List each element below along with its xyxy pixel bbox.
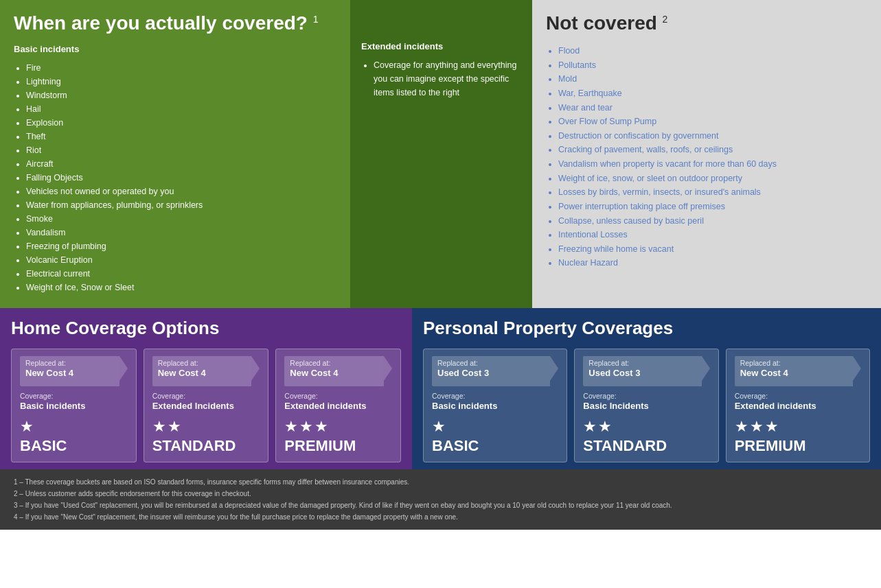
footer-note-3: 3 – If you have "Used Cost" replacement,… <box>14 499 867 511</box>
list-item: Mold <box>558 72 867 86</box>
list-item: Falling Objects <box>26 171 336 185</box>
tier-name: STANDARD <box>152 437 260 455</box>
home-standard-card: Replaced at: New Cost 4 Coverage: Extend… <box>144 349 269 462</box>
replaced-label: Replaced at: <box>588 359 696 367</box>
covered-section: When are you actually covered? 1 Basic i… <box>0 0 532 308</box>
tier-name: PREMIUM <box>735 437 861 455</box>
tier-name: BASIC <box>20 437 128 455</box>
coverage-label: Coverage: <box>20 392 128 400</box>
list-item: Power interruption taking place off prem… <box>558 200 867 214</box>
replaced-value: New Cost 4 <box>158 368 247 378</box>
list-item: Losses by birds, vermin, insects, or ins… <box>558 185 867 200</box>
footer-note-4: 4 – If you have "New Cost" replacement, … <box>14 511 867 523</box>
basic-incidents-list: Fire Lightning Windstorm Hail Explosion … <box>14 61 336 294</box>
coverage-value: Extended incidents <box>284 401 392 411</box>
replaced-label: Replaced at: <box>290 359 378 367</box>
list-item: Wear and tear <box>558 101 867 115</box>
replaced-label: Replaced at: <box>158 359 247 367</box>
list-item: Coverage for anything and everything you… <box>374 58 521 99</box>
extended-subtitle: Extended incidents <box>361 41 521 51</box>
replaced-box: Replaced at: New Cost 4 <box>152 356 260 386</box>
not-covered-title: Not covered 2 <box>546 12 867 34</box>
list-item: Smoke <box>26 212 336 226</box>
replaced-label: Replaced at: <box>437 359 545 367</box>
list-item: Theft <box>26 130 336 143</box>
personal-premium-card: Replaced at: New Cost 4 Coverage: Extend… <box>726 349 870 462</box>
list-item: Collapse, unless caused by basic peril <box>558 214 867 228</box>
home-coverage-title: Home Coverage Options <box>11 318 401 339</box>
home-coverage-cards: Replaced at: New Cost 4 Coverage: Basic … <box>11 349 401 462</box>
footer-note-1: 1 – These coverage buckets are based on … <box>14 476 867 488</box>
list-item: Hail <box>26 102 336 116</box>
list-item: Volcanic Eruption <box>26 253 336 267</box>
basic-incidents-panel: When are you actually covered? 1 Basic i… <box>0 0 350 308</box>
home-premium-card: Replaced at: New Cost 4 Coverage: Extend… <box>275 349 401 462</box>
basic-subtitle: Basic incidents <box>14 44 336 54</box>
coverage-value: Basic Incidents <box>583 401 709 411</box>
replaced-arrow <box>384 356 392 381</box>
list-item: Riot <box>26 143 336 157</box>
list-item: Freezing of plumbing <box>26 239 336 253</box>
personal-property-section: Personal Property Coverages Replaced at:… <box>412 308 881 469</box>
tier-stars: ★★ <box>152 418 260 436</box>
list-item: Weight of ice, snow, or sleet on outdoor… <box>558 172 867 186</box>
list-item: Freezing while home is vacant <box>558 242 867 257</box>
not-covered-panel: Not covered 2 Flood Pollutants Mold War,… <box>532 0 881 308</box>
list-item: Flood <box>558 44 867 58</box>
extended-incidents-panel: Extended incidents Coverage for anything… <box>350 0 532 308</box>
home-basic-card: Replaced at: New Cost 4 Coverage: Basic … <box>11 349 137 462</box>
coverage-label: Coverage: <box>432 392 558 400</box>
replaced-label: Replaced at: <box>740 359 847 367</box>
replaced-content: Replaced at: Used Cost 3 <box>432 356 550 386</box>
coverage-label: Coverage: <box>284 392 392 400</box>
list-item: Over Flow of Sump Pump <box>558 115 867 129</box>
replaced-box: Replaced at: New Cost 4 <box>20 356 128 386</box>
list-item: Water from appliances, plumbing, or spri… <box>26 198 336 212</box>
replaced-content: Replaced at: New Cost 4 <box>20 356 119 386</box>
replaced-content: Replaced at: New Cost 4 <box>152 356 252 386</box>
replaced-label: Replaced at: <box>25 359 114 367</box>
replaced-value: New Cost 4 <box>740 368 847 378</box>
replaced-content: Replaced at: Used Cost 3 <box>583 356 701 386</box>
replaced-value: Used Cost 3 <box>588 368 696 378</box>
replaced-arrow <box>550 356 558 381</box>
coverage-value: Basic incidents <box>20 401 128 411</box>
list-item: Cracking of pavement, walls, roofs, or c… <box>558 143 867 157</box>
personal-basic-card: Replaced at: Used Cost 3 Coverage: Basic… <box>423 349 567 462</box>
replaced-box: Replaced at: New Cost 4 <box>735 356 861 386</box>
replaced-arrow <box>251 356 260 381</box>
replaced-arrow <box>853 356 861 381</box>
list-item: Intentional Losses <box>558 228 867 242</box>
list-item: Windstorm <box>26 89 336 102</box>
list-item: Aircraft <box>26 157 336 171</box>
list-item: Vandalism <box>26 226 336 239</box>
list-item: Vandalism when property is vacant for mo… <box>558 157 867 172</box>
list-item: Destruction or confiscation by governmen… <box>558 129 867 143</box>
tier-name: PREMIUM <box>284 437 392 455</box>
replaced-value: New Cost 4 <box>290 368 378 378</box>
tier-name: STANDARD <box>583 437 709 455</box>
replaced-content: Replaced at: New Cost 4 <box>735 356 853 386</box>
footer-note-2: 2 – Unless customer adds specific endors… <box>14 488 867 499</box>
tier-stars: ★★★ <box>735 418 861 436</box>
top-section: When are you actually covered? 1 Basic i… <box>0 0 881 308</box>
middle-band: Home Coverage Options Replaced at: New C… <box>0 308 881 469</box>
tier-stars: ★★ <box>583 418 709 436</box>
home-coverage-section: Home Coverage Options Replaced at: New C… <box>0 308 412 469</box>
replaced-value: New Cost 4 <box>25 368 114 378</box>
personal-property-title: Personal Property Coverages <box>423 318 870 339</box>
coverage-label: Coverage: <box>152 392 260 400</box>
list-item: Electrical current <box>26 267 336 281</box>
list-item: Lightning <box>26 75 336 89</box>
list-item: War, Earthquake <box>558 86 867 101</box>
tier-name: BASIC <box>432 437 558 455</box>
replaced-value: Used Cost 3 <box>437 368 545 378</box>
list-item: Fire <box>26 61 336 75</box>
footer: 1 – These coverage buckets are based on … <box>0 469 881 530</box>
coverage-label: Coverage: <box>735 392 861 400</box>
extended-incidents-list: Coverage for anything and everything you… <box>361 58 521 99</box>
coverage-label: Coverage: <box>583 392 709 400</box>
covered-title: When are you actually covered? 1 <box>14 12 336 34</box>
list-item: Weight of Ice, Snow or Sleet <box>26 281 336 294</box>
not-covered-list: Flood Pollutants Mold War, Earthquake We… <box>546 44 867 270</box>
